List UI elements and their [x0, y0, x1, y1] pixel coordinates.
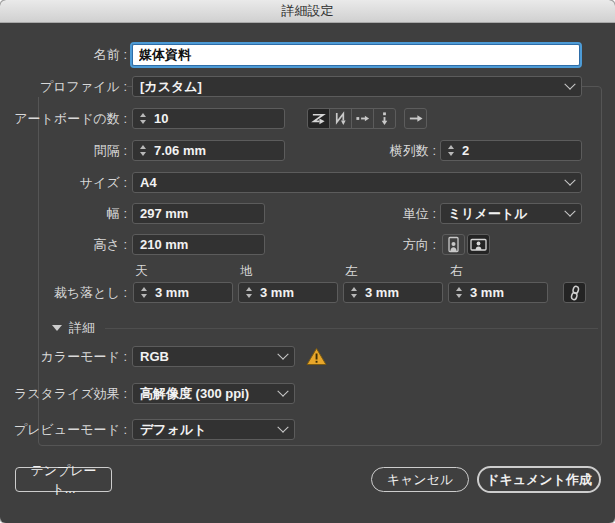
stepper-arrows-icon[interactable] [141, 287, 147, 298]
cancel-button[interactable]: キャンセル [371, 467, 469, 492]
bleed-left-value: 3 mm [365, 285, 399, 300]
arrange-by-column-icon [377, 111, 392, 126]
grid-by-column-button[interactable] [329, 108, 352, 129]
templates-button[interactable]: テンプレート... [15, 467, 112, 492]
artboards-label: アートボードの数 : [0, 108, 127, 129]
preview-mode-label: プレビューモード : [0, 419, 127, 440]
arrange-by-row-button[interactable] [351, 108, 374, 129]
name-input[interactable] [132, 44, 580, 66]
stepper-arrows-icon[interactable] [246, 287, 252, 298]
bleed-left-label: 左 [345, 263, 358, 280]
profile-value: [カスタム] [140, 78, 566, 96]
size-dropdown[interactable]: A4 [132, 172, 582, 193]
grid-by-column-icon [333, 111, 348, 126]
stepper-arrows-icon[interactable] [448, 145, 454, 156]
bleed-top-stepper[interactable]: 3 mm [133, 282, 233, 303]
disclosure-triangle-icon [52, 325, 62, 331]
bleed-bottom-stepper[interactable]: 3 mm [238, 282, 338, 303]
spacing-label: 間隔 : [0, 140, 127, 161]
stepper-arrows-icon[interactable] [456, 287, 462, 298]
grid-by-row-button[interactable] [307, 108, 330, 129]
portrait-icon [444, 236, 463, 253]
create-document-button[interactable]: ドキュメント作成 [477, 466, 601, 493]
bleed-left-stepper[interactable]: 3 mm [343, 282, 443, 303]
dialog-title: 詳細設定 [282, 2, 334, 20]
columns-stepper[interactable]: 2 [440, 140, 582, 161]
section-divider [105, 328, 598, 329]
columns-label: 横列数 : [330, 140, 436, 161]
stepper-arrows-icon[interactable] [140, 113, 146, 124]
stepper-arrows-icon[interactable] [140, 145, 146, 156]
columns-value: 2 [462, 143, 469, 158]
size-label: サイズ : [0, 172, 127, 193]
chevron-down-icon [564, 174, 575, 185]
bleed-top-value: 3 mm [155, 285, 189, 300]
width-value: 297 mm [140, 206, 188, 221]
chevron-down-icon [277, 385, 288, 396]
color-mode-warning [306, 347, 327, 366]
chevron-down-icon [277, 421, 288, 432]
color-mode-value: RGB [140, 349, 279, 364]
orientation-label: 方向 : [330, 234, 436, 255]
chevron-down-icon [277, 348, 288, 359]
height-value: 210 mm [140, 237, 188, 252]
units-dropdown[interactable]: ミリメートル [440, 203, 582, 224]
color-mode-label: カラーモード : [0, 346, 127, 367]
arrow-right-icon [408, 111, 423, 126]
arrange-by-column-button[interactable] [373, 108, 396, 129]
units-label: 単位 : [330, 203, 436, 224]
bleed-right-value: 3 mm [470, 285, 504, 300]
raster-effects-label: ラスタライズ効果 : [0, 383, 127, 404]
advanced-settings-dialog: 詳細設定 名前 : プロファイル : [カスタム] アートボードの数 : 10 [0, 0, 615, 523]
name-label: 名前 : [0, 44, 127, 66]
chevron-down-icon [564, 78, 575, 89]
width-field[interactable]: 297 mm [132, 203, 265, 224]
height-label: 高さ : [0, 234, 127, 255]
artboards-stepper[interactable]: 10 [132, 108, 285, 129]
bleed-bottom-label: 地 [240, 263, 253, 280]
bleed-top-label: 天 [135, 263, 148, 280]
chain-link-icon [568, 285, 582, 301]
preview-mode-dropdown[interactable]: デフォルト [132, 419, 295, 440]
layout-direction-button[interactable] [404, 108, 427, 129]
bleed-right-label: 右 [450, 263, 463, 280]
stepper-arrows-icon[interactable] [351, 287, 357, 298]
bleed-label: 裁ち落とし : [0, 282, 127, 303]
grid-by-row-icon [311, 111, 326, 126]
landscape-icon [469, 236, 488, 253]
bleed-bottom-value: 3 mm [260, 285, 294, 300]
advanced-label: 詳細 [69, 319, 95, 337]
spacing-stepper[interactable]: 7.06 mm [132, 140, 285, 161]
units-value: ミリメートル [448, 205, 566, 223]
bleed-link-toggle[interactable] [563, 282, 586, 303]
title-bar: 詳細設定 [0, 0, 615, 23]
arrange-by-row-icon [355, 111, 370, 126]
size-value: A4 [140, 175, 566, 190]
chevron-down-icon [564, 205, 575, 216]
raster-effects-value: 高解像度 (300 ppi) [140, 385, 279, 403]
orientation-portrait-button[interactable] [442, 234, 465, 255]
orientation-landscape-button[interactable] [467, 234, 490, 255]
spacing-value: 7.06 mm [154, 143, 206, 158]
preview-mode-value: デフォルト [140, 421, 279, 439]
width-label: 幅 : [0, 203, 127, 224]
raster-effects-dropdown[interactable]: 高解像度 (300 ppi) [132, 383, 295, 404]
warning-icon [306, 347, 327, 366]
profile-dropdown[interactable]: [カスタム] [132, 76, 582, 97]
artboards-value: 10 [154, 111, 168, 126]
bleed-right-stepper[interactable]: 3 mm [448, 282, 548, 303]
height-field[interactable]: 210 mm [132, 234, 265, 255]
advanced-section-header[interactable]: 詳細 [52, 321, 598, 335]
profile-label: プロファイル : [0, 76, 127, 97]
color-mode-dropdown[interactable]: RGB [132, 346, 295, 367]
